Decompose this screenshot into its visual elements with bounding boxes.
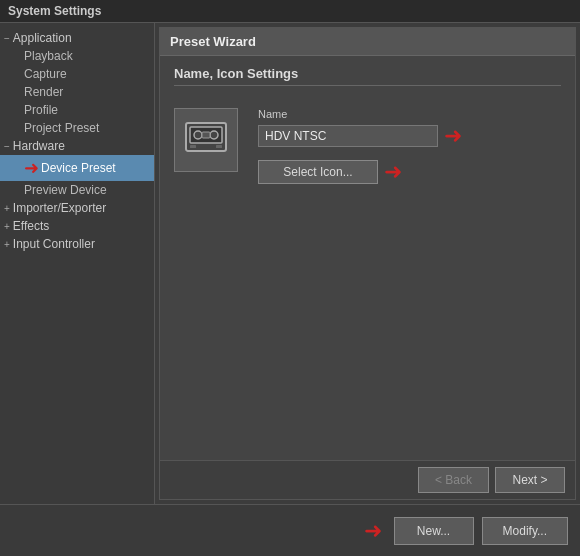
name-field-group: Name ➜ [258, 108, 561, 149]
sidebar-item-capture[interactable]: Capture [0, 65, 154, 83]
svg-point-2 [194, 131, 202, 139]
sidebar-item-playback[interactable]: Playback [0, 47, 154, 65]
wizard-content: Name, Icon Settings [160, 56, 575, 460]
svg-rect-4 [202, 132, 210, 138]
right-panel: Preset Wizard Name, Icon Settings [155, 23, 580, 504]
sidebar-group-input-controller-label: Input Controller [13, 237, 95, 251]
name-label: Name [258, 108, 561, 120]
expand-icon-importer: + [4, 203, 10, 214]
wizard-section-title: Name, Icon Settings [174, 66, 561, 86]
svg-rect-6 [216, 145, 222, 148]
sidebar-item-device-preset[interactable]: ➜ Device Preset [0, 155, 154, 181]
arrow-name-input: ➜ [444, 123, 462, 149]
select-icon-button[interactable]: Select Icon... [258, 160, 378, 184]
sidebar-group-effects-label: Effects [13, 219, 49, 233]
sidebar-group-effects[interactable]: + Effects [0, 217, 154, 235]
title-bar: System Settings [0, 0, 580, 23]
main-container: System Settings − Application Playback C… [0, 0, 580, 556]
sidebar-group-hardware[interactable]: − Hardware [0, 137, 154, 155]
wizard-panel: Preset Wizard Name, Icon Settings [159, 27, 576, 500]
next-button[interactable]: Next > [495, 467, 565, 493]
arrow-select-icon: ➜ [384, 159, 402, 185]
expand-icon-effects: + [4, 221, 10, 232]
name-input[interactable] [258, 125, 438, 147]
wizard-title: Preset Wizard [160, 28, 575, 56]
sidebar-item-profile[interactable]: Profile [0, 101, 154, 119]
sidebar-item-render[interactable]: Render [0, 83, 154, 101]
sidebar-group-input-controller[interactable]: + Input Controller [0, 235, 154, 253]
expand-icon-input-controller: + [4, 239, 10, 250]
sidebar-item-project-preset[interactable]: Project Preset [0, 119, 154, 137]
sidebar: − Application Playback Capture Render Pr… [0, 23, 155, 504]
modify-button[interactable]: Modify... [482, 517, 568, 545]
back-button[interactable]: < Back [418, 467, 489, 493]
wizard-nav-bar: < Back Next > [160, 460, 575, 499]
sidebar-group-application[interactable]: − Application [0, 29, 154, 47]
new-button[interactable]: New... [394, 517, 474, 545]
svg-point-3 [210, 131, 218, 139]
sidebar-item-preview-device[interactable]: Preview Device [0, 181, 154, 199]
device-icon [184, 119, 228, 162]
sidebar-group-importer-label: Importer/Exporter [13, 201, 106, 215]
name-icon-row: Name ➜ Select Icon... ➜ [174, 108, 561, 185]
sidebar-group-hardware-label: Hardware [13, 139, 65, 153]
bottom-bar: ➜ New... Modify... [0, 504, 580, 556]
sidebar-group-application-label: Application [13, 31, 72, 45]
form-fields: Name ➜ Select Icon... ➜ [258, 108, 561, 185]
expand-icon-hardware: − [4, 141, 10, 152]
arrow-device-preset: ➜ [24, 157, 39, 179]
arrow-new-button: ➜ [364, 518, 382, 544]
sidebar-group-importer[interactable]: + Importer/Exporter [0, 199, 154, 217]
icon-preview [174, 108, 238, 172]
title-text: System Settings [8, 4, 101, 18]
content-area: − Application Playback Capture Render Pr… [0, 23, 580, 504]
expand-icon-application: − [4, 33, 10, 44]
svg-rect-5 [190, 145, 196, 148]
select-icon-row: Select Icon... ➜ [258, 159, 561, 185]
